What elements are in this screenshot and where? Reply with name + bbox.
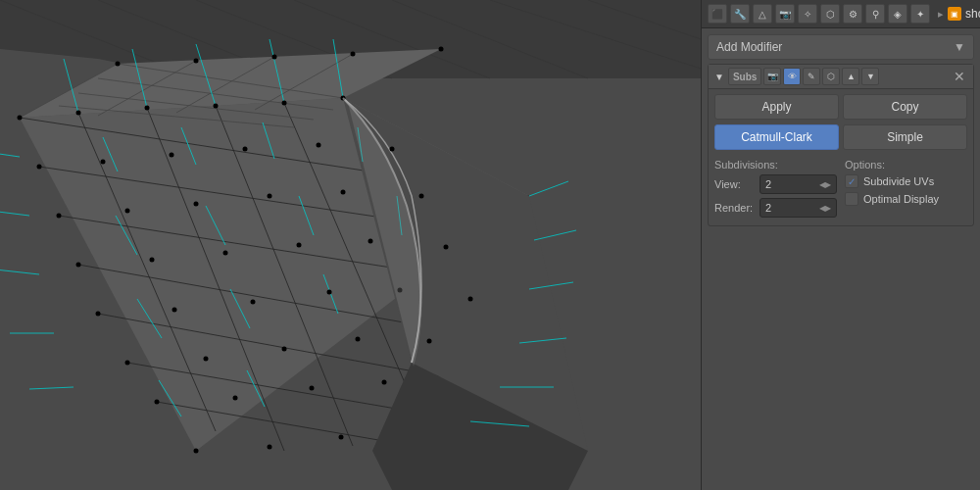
modifier-expand-arrow[interactable]: ▼ <box>714 72 724 82</box>
modifier-action-row: Apply Copy <box>709 89 973 124</box>
svg-point-91 <box>125 361 130 366</box>
panel-icon-3[interactable]: △ <box>753 4 772 24</box>
panel-header: ⬛ 🔧 △ 📷 ✧ ⬡ ⚙ ⚲ ◈ ✦ ▸ ▣ shower_door <box>702 0 980 28</box>
optimal-display-row: ✓ Optimal Display <box>845 192 967 206</box>
render-field-value: 2 <box>765 202 771 214</box>
3d-viewport[interactable] <box>0 0 701 490</box>
modifier-name-badge: Subs <box>728 68 761 85</box>
apply-button[interactable]: Apply <box>714 94 839 120</box>
svg-point-96 <box>155 400 160 405</box>
optimal-display-label: Optimal Display <box>863 193 939 205</box>
svg-point-65 <box>282 101 287 106</box>
view-field-value: 2 <box>765 178 771 190</box>
modifier-close-button[interactable]: ✕ <box>952 69 967 84</box>
svg-point-75 <box>194 202 199 207</box>
svg-point-67 <box>37 165 42 170</box>
panel-icon-10[interactable]: ✦ <box>910 4 930 24</box>
svg-point-106 <box>351 52 356 57</box>
optimal-display-checkbox[interactable]: ✓ <box>845 192 858 206</box>
svg-point-87 <box>251 300 256 305</box>
modifier-card: ▼ Subs 📷 👁 ✎ ⬡ ▲ ▼ ✕ Apply Copy Catmull-… <box>708 64 974 226</box>
right-panel: ⬛ 🔧 △ 📷 ✧ ⬡ ⚙ ⚲ ◈ ✦ ▸ ▣ shower_door Add … <box>701 0 980 490</box>
3d-scene <box>0 0 701 490</box>
breadcrumb-sep-1: ▸ <box>938 8 944 21</box>
svg-point-61 <box>18 116 23 121</box>
tab-simple[interactable]: Simple <box>843 124 967 150</box>
svg-point-74 <box>125 209 130 214</box>
panel-icon-7[interactable]: ⚙ <box>843 4 862 24</box>
svg-point-83 <box>368 239 373 244</box>
panel-icon-2[interactable]: 🔧 <box>730 4 750 24</box>
render-field-label: Render: <box>714 202 760 214</box>
svg-point-64 <box>214 104 219 109</box>
modifier-cage-icon[interactable]: ⬡ <box>822 68 840 85</box>
svg-point-107 <box>439 47 444 52</box>
options-column: Options: ✓ Subdivide UVs ✓ Optimal Displ… <box>845 159 967 221</box>
modifier-camera-icon[interactable]: 📷 <box>763 68 781 85</box>
modifier-viewport-icon[interactable]: 👁 <box>783 68 801 85</box>
svg-point-72 <box>390 147 395 152</box>
svg-point-100 <box>194 449 199 454</box>
subdivide-uvs-label: Subdivide UVs <box>863 175 934 187</box>
svg-point-103 <box>116 62 121 67</box>
svg-point-104 <box>194 59 199 64</box>
svg-point-77 <box>341 190 346 195</box>
svg-point-78 <box>419 194 424 199</box>
panel-icon-6[interactable]: ⬡ <box>820 4 840 24</box>
svg-point-80 <box>150 258 155 263</box>
view-field-input[interactable]: 2 ◀▶ <box>760 174 837 194</box>
svg-point-101 <box>268 445 272 450</box>
svg-point-86 <box>172 308 177 313</box>
modifier-card-header: ▼ Subs 📷 👁 ✎ ⬡ ▲ ▼ ✕ <box>709 65 973 89</box>
svg-point-85 <box>96 312 101 317</box>
svg-point-73 <box>57 214 62 219</box>
svg-point-76 <box>268 194 272 199</box>
svg-point-93 <box>282 347 287 352</box>
subdivisions-label: Subdivisions: <box>714 159 837 171</box>
svg-point-102 <box>339 435 344 440</box>
svg-point-69 <box>170 153 174 158</box>
subdivide-uvs-row: ✓ Subdivide UVs <box>845 174 967 188</box>
subdivisions-column: Subdivisions: View: 2 ◀▶ Render: 2 ◀▶ <box>714 159 837 221</box>
render-field-row: Render: 2 ◀▶ <box>714 198 837 218</box>
svg-point-98 <box>310 386 315 391</box>
panel-header-icons: ⬛ 🔧 △ 📷 ✧ ⬡ ⚙ ⚲ ◈ ✦ <box>708 4 930 24</box>
view-field-arrows: ◀▶ <box>819 180 831 189</box>
subdivision-type-tabs: Catmull-Clark Simple <box>709 124 973 155</box>
subdivide-uvs-checkbox[interactable]: ✓ <box>845 174 858 188</box>
add-modifier-arrow: ▼ <box>954 40 965 54</box>
svg-point-62 <box>76 111 81 116</box>
svg-point-63 <box>145 106 150 111</box>
svg-point-105 <box>272 55 277 60</box>
view-field-row: View: 2 ◀▶ <box>714 174 837 194</box>
panel-icon-8[interactable]: ⚲ <box>865 4 885 24</box>
svg-point-95 <box>427 339 432 344</box>
svg-point-97 <box>233 396 238 401</box>
svg-point-84 <box>444 245 449 250</box>
svg-point-88 <box>327 290 332 295</box>
panel-icon-4[interactable]: 📷 <box>775 4 795 24</box>
panel-icon-5[interactable]: ✧ <box>798 4 817 24</box>
modifier-down-icon[interactable]: ▼ <box>861 68 879 85</box>
object-type-icon: ▣ <box>948 7 961 21</box>
modifier-up-icon[interactable]: ▲ <box>842 68 859 85</box>
svg-point-99 <box>382 380 387 385</box>
panel-icon-1[interactable]: ⬛ <box>708 4 727 24</box>
render-field-arrows: ◀▶ <box>819 204 831 213</box>
modifier-edit-icon[interactable]: ✎ <box>803 68 820 85</box>
svg-point-71 <box>317 143 321 148</box>
options-label: Options: <box>845 159 967 171</box>
add-modifier-button[interactable]: Add Modifier ▼ <box>708 34 974 60</box>
svg-point-94 <box>356 337 361 342</box>
copy-button[interactable]: Copy <box>843 94 967 120</box>
render-field-input[interactable]: 2 ◀▶ <box>760 198 837 218</box>
svg-point-81 <box>223 251 228 256</box>
modifier-header-icons: Subs 📷 👁 ✎ ⬡ ▲ ▼ <box>728 68 948 85</box>
tab-catmull-clark[interactable]: Catmull-Clark <box>714 124 839 150</box>
object-name-label: shower_door <box>965 7 980 21</box>
view-field-label: View: <box>714 178 760 190</box>
svg-point-82 <box>297 243 302 248</box>
svg-point-92 <box>204 357 209 362</box>
panel-icon-9[interactable]: ◈ <box>888 4 907 24</box>
add-modifier-label: Add Modifier <box>716 40 782 54</box>
